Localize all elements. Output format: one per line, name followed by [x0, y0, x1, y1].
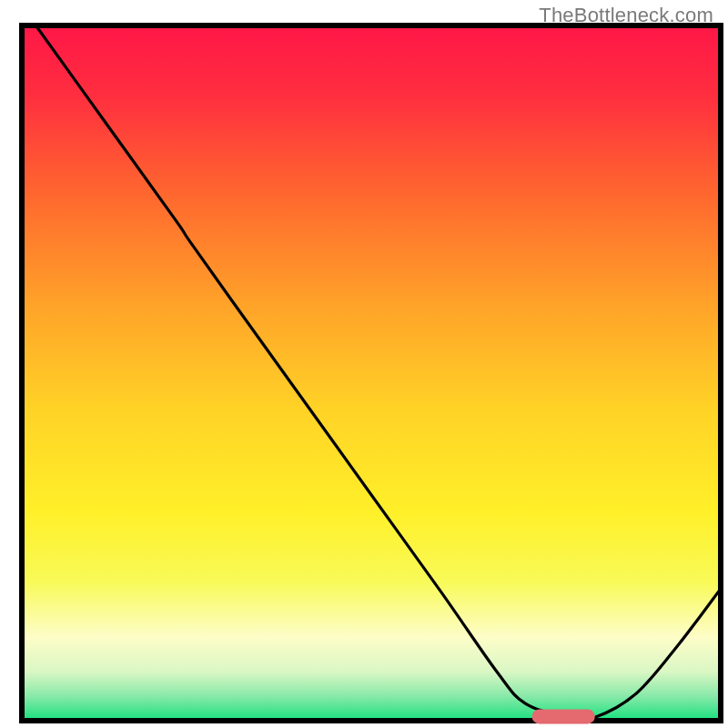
watermark-text: TheBottleneck.com — [539, 4, 713, 27]
valley-marker — [532, 709, 595, 723]
chart-background — [22, 25, 721, 721]
chart-svg — [0, 0, 728, 728]
chart-container: TheBottleneck.com — [0, 0, 728, 728]
